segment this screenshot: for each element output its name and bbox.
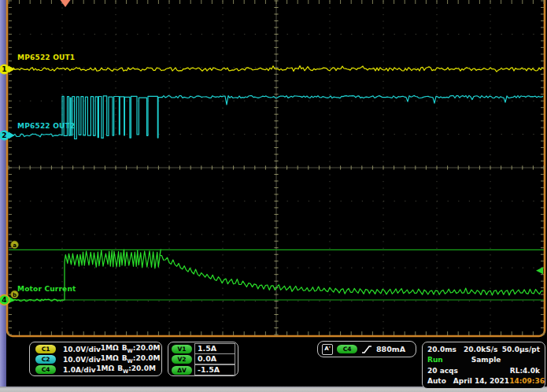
resolution: 50.0µs/pt xyxy=(502,346,540,353)
ch4-input-settings: 1MΩBW:20.0M xyxy=(96,364,156,375)
rising-edge-icon xyxy=(361,345,372,354)
timebase-scale: 20.0ms xyxy=(427,346,456,353)
run-status: Run xyxy=(427,356,443,364)
acq-count: 20 acqs xyxy=(427,367,458,375)
cursor-dv-row: ΔV -1.5A xyxy=(172,365,235,375)
graticule-grid xyxy=(7,0,545,336)
trigger-mode: Auto xyxy=(427,377,446,385)
cursor-a-handle[interactable]: a xyxy=(11,241,19,249)
ch1-settings-row: C1 10.0V/div 1MΩBW:20.0M xyxy=(35,344,156,354)
record-length: RL:4.0k xyxy=(510,367,540,375)
cursor-readout-panel: V1 1.5A V2 0.0A ΔV -1.5A xyxy=(168,342,238,376)
svg-text:a: a xyxy=(13,242,17,249)
ch4-scale: 1.0A/div xyxy=(63,366,96,374)
acq-count-row: 20 acqs RL:4.0k xyxy=(427,367,540,375)
ch1-scale: 10.0V/div xyxy=(63,346,101,353)
sample-rate: 20.0kS/s xyxy=(464,346,497,353)
svg-text:b: b xyxy=(13,292,17,298)
cursor-dv-badge[interactable]: ΔV xyxy=(172,366,192,375)
trigger-position-marker[interactable] xyxy=(61,0,71,7)
channel-markers[interactable]: 124ab xyxy=(0,0,543,305)
ch4-settings-row: C4 1.0A/div 1MΩBW:20.0M xyxy=(35,364,156,375)
trigger-level-marker[interactable] xyxy=(536,267,543,274)
trigger-readout-panel[interactable]: A' C4 880mA xyxy=(317,341,416,357)
acq-state-row: Run Sample xyxy=(427,356,540,364)
svg-text:4: 4 xyxy=(2,296,6,304)
ch2-badge-button[interactable]: C2 xyxy=(35,355,56,364)
ch4-waveform-label: Motor Current xyxy=(17,285,76,293)
timebase-row: 20.0ms 20.0kS/s 50.0µs/pt xyxy=(427,346,540,353)
cursor-v2-row: V2 0.0A xyxy=(172,354,235,364)
ch1-badge-button[interactable]: C1 xyxy=(35,345,56,353)
ch2-scale: 10.0V/div xyxy=(63,356,101,364)
svg-text:2: 2 xyxy=(2,131,6,139)
datetime-row: Auto April 14, 2021 14:09:36 xyxy=(427,377,540,385)
ch1-waveform-label: MP6522 OUT1 xyxy=(17,54,75,61)
cursor-v1-value[interactable]: 1.5A xyxy=(194,343,235,354)
date-label: April 14, 2021 xyxy=(453,377,509,385)
ch1-reference-marker[interactable]: 1 xyxy=(0,65,15,75)
timebase-acquisition-panel[interactable]: 20.0ms 20.0kS/s 50.0µs/pt Run Sample 20 … xyxy=(422,342,545,389)
cursor-v1-badge[interactable]: V1 xyxy=(172,345,192,353)
channel-settings-panel: C1 10.0V/div 1MΩBW:20.0M C2 10.0V/div 1M… xyxy=(29,342,162,376)
cursor-v2-badge[interactable]: V2 xyxy=(172,355,192,364)
cursor-dv-value[interactable]: -1.5A xyxy=(194,364,235,375)
trigger-level-value: 880mA xyxy=(376,345,405,353)
ch2-input-settings: 1MΩBW:20.0M xyxy=(101,354,161,364)
svg-text:1: 1 xyxy=(2,65,6,73)
ch1-input-settings: 1MΩBW:20.0M xyxy=(101,344,161,354)
trigger-a-box[interactable]: A' xyxy=(322,344,333,355)
clock: 14:09:36 xyxy=(509,377,545,385)
oscilloscope-display: 124ab MP6522 OUT1 MP6522 OUT2 Motor Curr… xyxy=(0,0,547,340)
ch4-badge-button[interactable]: C4 xyxy=(35,365,56,374)
cursor-v1-row: V1 1.5A xyxy=(172,344,235,354)
ch2-settings-row: C2 10.0V/div 1MΩBW:20.0M xyxy=(35,354,156,364)
ch2-waveform-label: MP6522 OUT2 xyxy=(17,122,75,130)
cursor-v2-value[interactable]: 0.0A xyxy=(194,353,235,364)
trigger-source-badge[interactable]: C4 xyxy=(337,345,357,353)
acq-mode: Sample xyxy=(471,356,501,364)
ch2-reference-marker[interactable]: 2 xyxy=(0,131,15,141)
